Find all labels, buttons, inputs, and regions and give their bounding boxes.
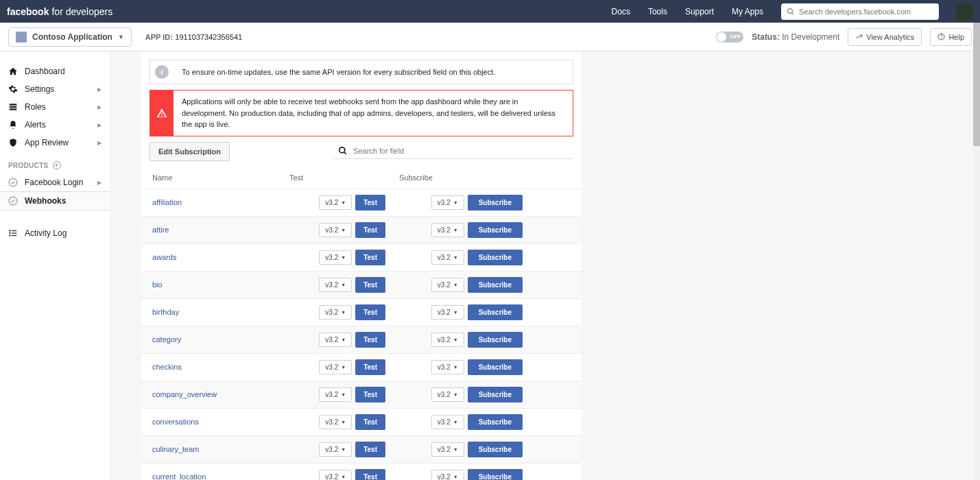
chevron-down-icon: ▼: [341, 447, 346, 452]
subscribe-version-select[interactable]: v3.2 ▼: [431, 415, 464, 429]
test-version-select[interactable]: v3.2 ▼: [319, 387, 352, 402]
test-button[interactable]: Test: [355, 359, 385, 375]
chevron-right-icon: ▶: [97, 180, 101, 186]
test-button[interactable]: Test: [355, 469, 385, 481]
edit-subscription-button[interactable]: Edit Subscription: [150, 142, 230, 161]
field-name-link[interactable]: birthday: [152, 308, 289, 316]
field-search[interactable]: [334, 143, 573, 159]
subscribe-button[interactable]: Subscribe: [468, 387, 523, 403]
app-selector[interactable]: Contoso Application ▼: [8, 27, 132, 47]
sidebar-item-roles[interactable]: Roles▶: [0, 98, 110, 116]
field-name-link[interactable]: awards: [152, 253, 289, 261]
test-button[interactable]: Test: [355, 332, 385, 348]
subscribe-version-select[interactable]: v3.2 ▼: [431, 278, 464, 292]
sidebar-item-settings[interactable]: Settings▶: [0, 80, 110, 98]
chevron-down-icon: ▼: [453, 228, 458, 232]
svg-point-0: [788, 8, 793, 13]
test-version-select[interactable]: v3.2 ▼: [319, 442, 352, 457]
field-name-link[interactable]: current_location: [152, 472, 289, 480]
nav-support[interactable]: Support: [685, 7, 714, 16]
test-version-select[interactable]: v3.2 ▼: [319, 415, 352, 429]
chevron-down-icon: ▼: [341, 337, 346, 342]
subscribe-version-select[interactable]: v3.2 ▼: [431, 470, 464, 481]
field-search-input[interactable]: [353, 147, 569, 155]
nav-tools[interactable]: Tools: [648, 7, 667, 16]
subscribe-version-select[interactable]: v3.2 ▼: [431, 250, 464, 265]
list-icon: [8, 228, 18, 238]
test-button[interactable]: Test: [355, 277, 385, 293]
subscribe-version-select[interactable]: v3.2 ▼: [431, 223, 464, 237]
subscribe-version-select[interactable]: v3.2 ▼: [431, 305, 464, 320]
test-version-select[interactable]: v3.2 ▼: [319, 470, 352, 481]
app-id-label: APP ID:: [145, 33, 173, 41]
scroll-thumb[interactable]: [973, 23, 980, 146]
help-button[interactable]: Help: [930, 28, 972, 46]
field-name-link[interactable]: bio: [152, 280, 289, 289]
sidebar-item-app-review[interactable]: App Review▶: [0, 134, 110, 152]
subscribe-button[interactable]: Subscribe: [468, 222, 523, 238]
nav-docs[interactable]: Docs: [612, 7, 630, 16]
test-button[interactable]: Test: [355, 250, 385, 265]
test-button[interactable]: Test: [355, 222, 385, 238]
subscribe-button[interactable]: Subscribe: [468, 304, 523, 320]
app-id-value: 1911037342356541: [175, 33, 242, 41]
subscribe-version-select[interactable]: v3.2 ▼: [431, 442, 464, 457]
field-name-link[interactable]: attire: [152, 226, 289, 234]
test-button[interactable]: Test: [355, 387, 385, 403]
nav-my-apps[interactable]: My Apps: [732, 7, 763, 16]
subscribe-button[interactable]: Subscribe: [468, 332, 523, 348]
field-name-link[interactable]: checkins: [152, 363, 289, 371]
field-name-link[interactable]: company_overview: [152, 390, 289, 398]
test-button[interactable]: Test: [355, 442, 385, 457]
test-button[interactable]: Test: [355, 304, 385, 320]
sidebar-item-dashboard[interactable]: Dashboard: [0, 62, 110, 80]
sidebar-item-alerts[interactable]: Alerts▶: [0, 116, 110, 134]
test-button[interactable]: Test: [355, 414, 385, 430]
subscribe-version-select[interactable]: v3.2 ▼: [431, 195, 464, 210]
chevron-down-icon: ▼: [341, 255, 346, 260]
warning-alert: Applications will only be able to receiv…: [150, 90, 573, 136]
user-avatar[interactable]: [957, 3, 973, 20]
field-name-link[interactable]: category: [152, 335, 289, 344]
test-version-select[interactable]: v3.2 ▼: [319, 223, 352, 237]
table-row: company_overviewv3.2 ▼Testv3.2 ▼Subscrib…: [141, 381, 582, 408]
col-test: Test: [289, 173, 399, 182]
svg-point-13: [10, 232, 10, 233]
svg-point-14: [10, 235, 10, 236]
field-name-link[interactable]: culinary_team: [152, 445, 289, 453]
global-search-input[interactable]: [799, 8, 933, 16]
table-row: checkinsv3.2 ▼Testv3.2 ▼Subscribe: [141, 353, 582, 381]
col-name: Name: [152, 173, 289, 182]
subscribe-button[interactable]: Subscribe: [468, 277, 523, 293]
sidebar-activity-log[interactable]: Activity Log: [0, 224, 110, 242]
subscribe-button[interactable]: Subscribe: [468, 250, 523, 265]
test-version-select[interactable]: v3.2 ▼: [319, 333, 352, 347]
add-product-icon[interactable]: +: [53, 161, 61, 169]
subscribe-button[interactable]: Subscribe: [468, 442, 523, 457]
subscribe-button[interactable]: Subscribe: [468, 469, 523, 481]
subscribe-version-select[interactable]: v3.2 ▼: [431, 387, 464, 402]
subscribe-button[interactable]: Subscribe: [468, 359, 523, 375]
svg-point-8: [9, 197, 17, 205]
brand-logo[interactable]: facebook for developers: [7, 6, 112, 17]
test-version-select[interactable]: v3.2 ▼: [319, 250, 352, 265]
test-version-select[interactable]: v3.2 ▼: [319, 278, 352, 292]
view-analytics-button[interactable]: View Analytics: [848, 28, 922, 46]
subscribe-button[interactable]: Subscribe: [468, 414, 523, 430]
test-button[interactable]: Test: [355, 195, 385, 211]
test-version-select[interactable]: v3.2 ▼: [319, 360, 352, 374]
subscribe-button[interactable]: Subscribe: [468, 195, 523, 211]
subscribe-version-select[interactable]: v3.2 ▼: [431, 360, 464, 374]
scrollbar[interactable]: [973, 23, 980, 480]
subscribe-version-select[interactable]: v3.2 ▼: [431, 333, 464, 347]
test-version-select[interactable]: v3.2 ▼: [319, 305, 352, 320]
field-name-link[interactable]: conversations: [152, 418, 289, 426]
field-name-link[interactable]: affiliation: [152, 198, 289, 206]
sidebar-product-webhooks[interactable]: Webhooks: [0, 191, 110, 211]
global-search[interactable]: [781, 3, 939, 20]
sidebar-product-facebook-login[interactable]: Facebook Login▶: [0, 173, 110, 191]
sidebar-item-label: Facebook Login: [25, 178, 83, 187]
live-toggle[interactable]: OFF: [716, 32, 743, 43]
test-version-select[interactable]: v3.2 ▼: [319, 195, 352, 210]
chevron-down-icon: ▼: [453, 283, 458, 287]
